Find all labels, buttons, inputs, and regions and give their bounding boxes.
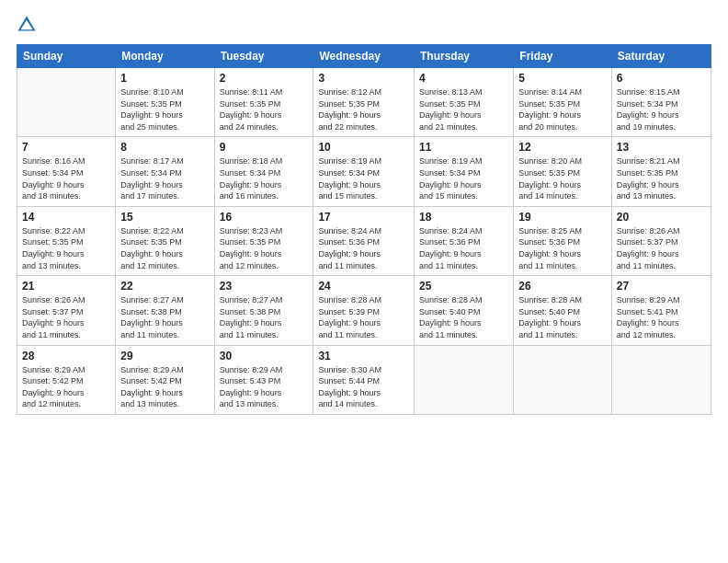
day-number: 12	[518, 141, 607, 154]
day-info: Sunrise: 8:22 AM Sunset: 5:35 PM Dayligh…	[22, 225, 110, 271]
page: SundayMondayTuesdayWednesdayThursdayFrid…	[0, 0, 728, 563]
week-row: 7Sunrise: 8:16 AM Sunset: 5:34 PM Daylig…	[17, 137, 711, 206]
day-number: 6	[617, 72, 706, 85]
calendar-cell: 19Sunrise: 8:25 AM Sunset: 5:36 PM Dayli…	[514, 206, 612, 275]
calendar-cell	[17, 68, 116, 137]
calendar-cell: 4Sunrise: 8:13 AM Sunset: 5:35 PM Daylig…	[415, 68, 514, 137]
day-number: 7	[22, 141, 110, 154]
day-number: 9	[220, 141, 309, 154]
day-info: Sunrise: 8:19 AM Sunset: 5:34 PM Dayligh…	[419, 155, 508, 201]
day-number: 28	[22, 350, 110, 362]
calendar-cell: 10Sunrise: 8:19 AM Sunset: 5:34 PM Dayli…	[313, 137, 415, 206]
calendar-cell: 9Sunrise: 8:18 AM Sunset: 5:34 PM Daylig…	[214, 137, 313, 206]
calendar-cell: 1Sunrise: 8:10 AM Sunset: 5:35 PM Daylig…	[116, 68, 214, 137]
day-header: Wednesday	[313, 45, 415, 68]
day-header: Monday	[116, 45, 214, 68]
calendar-cell: 12Sunrise: 8:20 AM Sunset: 5:35 PM Dayli…	[514, 137, 612, 206]
day-number: 24	[318, 280, 409, 293]
day-info: Sunrise: 8:24 AM Sunset: 5:36 PM Dayligh…	[318, 225, 409, 271]
day-info: Sunrise: 8:15 AM Sunset: 5:34 PM Dayligh…	[617, 86, 706, 132]
day-header: Saturday	[611, 45, 711, 68]
day-info: Sunrise: 8:26 AM Sunset: 5:37 PM Dayligh…	[22, 294, 110, 340]
calendar-cell: 23Sunrise: 8:27 AM Sunset: 5:38 PM Dayli…	[214, 276, 313, 345]
day-number: 29	[120, 350, 209, 362]
calendar-cell: 11Sunrise: 8:19 AM Sunset: 5:34 PM Dayli…	[415, 137, 514, 206]
calendar-cell: 21Sunrise: 8:26 AM Sunset: 5:37 PM Dayli…	[17, 276, 116, 345]
day-info: Sunrise: 8:13 AM Sunset: 5:35 PM Dayligh…	[419, 86, 508, 132]
day-header: Sunday	[17, 45, 116, 68]
logo-icon	[17, 15, 37, 35]
calendar-cell: 15Sunrise: 8:22 AM Sunset: 5:35 PM Dayli…	[116, 206, 214, 275]
day-info: Sunrise: 8:12 AM Sunset: 5:35 PM Dayligh…	[318, 86, 409, 132]
calendar-cell: 2Sunrise: 8:11 AM Sunset: 5:35 PM Daylig…	[214, 68, 313, 137]
day-number: 13	[617, 141, 706, 154]
day-number: 16	[220, 211, 309, 224]
header	[17, 15, 711, 35]
calendar-cell: 26Sunrise: 8:28 AM Sunset: 5:40 PM Dayli…	[514, 276, 612, 345]
calendar-cell: 20Sunrise: 8:26 AM Sunset: 5:37 PM Dayli…	[611, 206, 711, 275]
calendar-cell	[415, 345, 514, 414]
day-number: 4	[419, 72, 508, 85]
calendar-cell: 29Sunrise: 8:29 AM Sunset: 5:42 PM Dayli…	[116, 345, 214, 414]
day-info: Sunrise: 8:29 AM Sunset: 5:43 PM Dayligh…	[220, 364, 309, 410]
day-number: 20	[617, 211, 706, 224]
day-number: 1	[120, 72, 209, 85]
calendar-cell: 28Sunrise: 8:29 AM Sunset: 5:42 PM Dayli…	[17, 345, 116, 414]
calendar-cell	[514, 345, 612, 414]
calendar-cell: 22Sunrise: 8:27 AM Sunset: 5:38 PM Dayli…	[116, 276, 214, 345]
day-number: 8	[120, 141, 209, 154]
day-number: 22	[120, 280, 209, 293]
day-number: 10	[318, 141, 409, 154]
day-number: 26	[518, 280, 607, 293]
day-info: Sunrise: 8:28 AM Sunset: 5:40 PM Dayligh…	[419, 294, 508, 340]
day-header: Friday	[514, 45, 612, 68]
day-number: 2	[220, 72, 309, 85]
calendar-cell: 7Sunrise: 8:16 AM Sunset: 5:34 PM Daylig…	[17, 137, 116, 206]
logo	[17, 15, 40, 35]
calendar-cell: 18Sunrise: 8:24 AM Sunset: 5:36 PM Dayli…	[415, 206, 514, 275]
calendar-cell: 16Sunrise: 8:23 AM Sunset: 5:35 PM Dayli…	[214, 206, 313, 275]
calendar: SundayMondayTuesdayWednesdayThursdayFrid…	[17, 44, 711, 415]
day-info: Sunrise: 8:28 AM Sunset: 5:40 PM Dayligh…	[518, 294, 607, 340]
day-number: 15	[120, 211, 209, 224]
day-info: Sunrise: 8:29 AM Sunset: 5:42 PM Dayligh…	[120, 364, 209, 410]
calendar-cell: 27Sunrise: 8:29 AM Sunset: 5:41 PM Dayli…	[611, 276, 711, 345]
calendar-cell: 30Sunrise: 8:29 AM Sunset: 5:43 PM Dayli…	[214, 345, 313, 414]
day-number: 17	[318, 211, 409, 224]
day-number: 21	[22, 280, 110, 293]
calendar-cell: 17Sunrise: 8:24 AM Sunset: 5:36 PM Dayli…	[313, 206, 415, 275]
calendar-cell: 24Sunrise: 8:28 AM Sunset: 5:39 PM Dayli…	[313, 276, 415, 345]
day-info: Sunrise: 8:17 AM Sunset: 5:34 PM Dayligh…	[120, 155, 209, 201]
calendar-cell: 14Sunrise: 8:22 AM Sunset: 5:35 PM Dayli…	[17, 206, 116, 275]
calendar-cell: 6Sunrise: 8:15 AM Sunset: 5:34 PM Daylig…	[611, 68, 711, 137]
day-info: Sunrise: 8:27 AM Sunset: 5:38 PM Dayligh…	[120, 294, 209, 340]
calendar-cell: 13Sunrise: 8:21 AM Sunset: 5:35 PM Dayli…	[611, 137, 711, 206]
calendar-cell: 5Sunrise: 8:14 AM Sunset: 5:35 PM Daylig…	[514, 68, 612, 137]
day-info: Sunrise: 8:19 AM Sunset: 5:34 PM Dayligh…	[318, 155, 409, 201]
day-info: Sunrise: 8:16 AM Sunset: 5:34 PM Dayligh…	[22, 155, 110, 201]
calendar-cell: 8Sunrise: 8:17 AM Sunset: 5:34 PM Daylig…	[116, 137, 214, 206]
day-number: 18	[419, 211, 508, 224]
day-number: 19	[518, 211, 607, 224]
day-info: Sunrise: 8:24 AM Sunset: 5:36 PM Dayligh…	[419, 225, 508, 271]
week-row: 21Sunrise: 8:26 AM Sunset: 5:37 PM Dayli…	[17, 276, 711, 345]
calendar-cell: 3Sunrise: 8:12 AM Sunset: 5:35 PM Daylig…	[313, 68, 415, 137]
day-number: 14	[22, 211, 110, 224]
calendar-cell: 25Sunrise: 8:28 AM Sunset: 5:40 PM Dayli…	[415, 276, 514, 345]
day-number: 3	[318, 72, 409, 85]
week-row: 1Sunrise: 8:10 AM Sunset: 5:35 PM Daylig…	[17, 68, 711, 137]
day-info: Sunrise: 8:22 AM Sunset: 5:35 PM Dayligh…	[120, 225, 209, 271]
day-info: Sunrise: 8:30 AM Sunset: 5:44 PM Dayligh…	[318, 364, 409, 410]
day-info: Sunrise: 8:11 AM Sunset: 5:35 PM Dayligh…	[220, 86, 309, 132]
header-row: SundayMondayTuesdayWednesdayThursdayFrid…	[17, 45, 711, 68]
day-info: Sunrise: 8:10 AM Sunset: 5:35 PM Dayligh…	[120, 86, 209, 132]
day-number: 5	[518, 72, 607, 85]
day-header: Tuesday	[214, 45, 313, 68]
day-number: 30	[220, 350, 309, 362]
week-row: 14Sunrise: 8:22 AM Sunset: 5:35 PM Dayli…	[17, 206, 711, 275]
day-header: Thursday	[415, 45, 514, 68]
calendar-cell: 31Sunrise: 8:30 AM Sunset: 5:44 PM Dayli…	[313, 345, 415, 414]
day-number: 11	[419, 141, 508, 154]
day-info: Sunrise: 8:28 AM Sunset: 5:39 PM Dayligh…	[318, 294, 409, 340]
day-info: Sunrise: 8:23 AM Sunset: 5:35 PM Dayligh…	[220, 225, 309, 271]
